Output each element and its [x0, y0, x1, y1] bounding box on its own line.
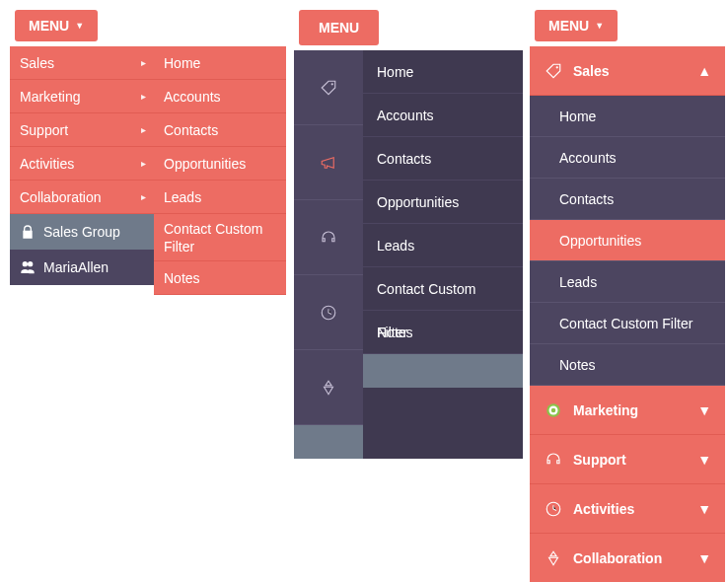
icon-tab[interactable]: [294, 200, 363, 275]
accordion-item[interactable]: Leads: [530, 261, 725, 303]
tag-icon: [544, 62, 563, 80]
submenu-label: Leads: [377, 238, 414, 254]
extra-item: Sales Group: [10, 214, 154, 250]
accordion-item-label: Contacts: [559, 191, 614, 207]
menu-button-label: MENU: [319, 20, 359, 36]
submenu-label: Contacts: [377, 151, 431, 167]
category-label: Support: [20, 122, 68, 138]
accordion-section-marketing[interactable]: Marketing ▼: [530, 386, 725, 435]
caret-down-icon: ▼: [595, 21, 604, 31]
icon-tab[interactable]: [294, 275, 363, 350]
chevron-right-icon: ▸: [141, 181, 146, 214]
icon-tab-blank: [294, 425, 363, 459]
menu-button[interactable]: MENU ▼: [535, 10, 618, 41]
submenu-item[interactable]: Notes: [154, 261, 286, 295]
chevron-right-icon: ▸: [141, 46, 146, 80]
menu-button-label: MENU: [548, 18, 589, 34]
category-item[interactable]: Collaboration ▸: [10, 181, 154, 214]
chevron-down-icon: ▼: [697, 402, 711, 418]
menu-button[interactable]: MENU: [299, 10, 379, 45]
collab-icon: [320, 379, 337, 397]
submenu-label: Leads: [164, 189, 201, 205]
section-label: Support: [573, 452, 626, 468]
accordion-item[interactable]: Accounts: [530, 137, 725, 179]
accordion-item[interactable]: Notes: [530, 344, 725, 386]
category-item[interactable]: Marketing ▸: [10, 80, 154, 113]
collab-icon: [544, 549, 563, 567]
submenu-label: Accounts: [164, 89, 221, 105]
submenu-item[interactable]: Home: [363, 50, 523, 94]
submenu-item[interactable]: Accounts: [154, 80, 286, 113]
submenu-label: Notes: [377, 325, 413, 340]
submenu-item[interactable]: Leads: [154, 181, 286, 214]
accordion-item-label: Home: [559, 109, 596, 124]
menu-button[interactable]: MENU ▼: [15, 10, 98, 41]
submenu-label: Contact CustomFilter: [164, 221, 262, 255]
icon-tab[interactable]: [294, 125, 363, 200]
submenu-item[interactable]: Accounts: [363, 94, 523, 137]
accordion-section-support[interactable]: Support ▼: [530, 435, 725, 484]
submenu-item[interactable]: Leads: [363, 224, 523, 267]
submenu-item[interactable]: Contact Custom Filter: [363, 267, 523, 311]
accordion-item-label: Leads: [559, 274, 597, 290]
chevron-down-icon: ▼: [697, 501, 711, 517]
accordion-section-activities[interactable]: Activities ▼: [530, 484, 725, 534]
submenu-label: Accounts: [377, 108, 434, 123]
users-icon: [20, 258, 36, 276]
submenu-item[interactable]: Contacts: [363, 137, 523, 181]
submenu-label: Opportunities: [164, 156, 246, 172]
clock-icon: [544, 500, 563, 518]
headset-icon: [320, 229, 337, 247]
submenu-label: Home: [164, 55, 200, 71]
chevron-right-icon: ▸: [141, 113, 146, 147]
target-icon: [544, 401, 563, 419]
chevron-right-icon: ▸: [141, 147, 146, 181]
submenu-item[interactable]: Contact CustomFilter: [154, 214, 286, 261]
accordion-item-label: Accounts: [559, 150, 617, 166]
category-label: Marketing: [20, 89, 80, 105]
accordion-item[interactable]: Home: [530, 96, 725, 137]
category-label: Activities: [20, 156, 74, 172]
category-item[interactable]: Support ▸: [10, 113, 154, 147]
extra-label: MariaAllen: [43, 259, 109, 275]
icon-tab[interactable]: [294, 50, 363, 125]
category-item[interactable]: Sales ▸: [10, 46, 154, 80]
accordion-item[interactable]: Contact Custom Filter: [530, 303, 725, 344]
chevron-up-icon: ▲: [697, 63, 711, 79]
menu-button-label: MENU: [29, 18, 69, 34]
section-label: Collaboration: [573, 550, 662, 566]
submenu-item[interactable]: Notes: [363, 311, 523, 354]
submenu-blank: [363, 354, 523, 388]
accordion-item-label: Contact Custom Filter: [559, 316, 692, 331]
submenu-label: Notes: [164, 270, 200, 286]
submenu-item[interactable]: Opportunities: [154, 147, 286, 181]
accordion-item[interactable]: Opportunities: [530, 220, 725, 261]
tag-icon: [320, 79, 337, 97]
category-list: Sales ▸ Marketing ▸ Support ▸ Activities…: [10, 46, 154, 214]
category-item[interactable]: Activities ▸: [10, 147, 154, 181]
submenu-label: Contacts: [164, 122, 218, 138]
icon-tab[interactable]: [294, 350, 363, 425]
headset-icon: [544, 451, 563, 469]
submenu-item[interactable]: Contacts: [154, 113, 286, 147]
section-label: Sales: [573, 63, 610, 79]
accordion-item-label: Notes: [559, 357, 596, 373]
section-label: Marketing: [573, 402, 638, 418]
category-label: Collaboration: [20, 189, 102, 205]
clock-icon: [320, 304, 337, 322]
megaphone-icon: [320, 154, 337, 172]
accordion-item[interactable]: Contacts: [530, 179, 725, 220]
chevron-right-icon: ▸: [141, 80, 146, 113]
accordion-section-sales[interactable]: Sales ▲: [530, 46, 725, 96]
accordion-section-collaboration[interactable]: Collaboration ▼: [530, 534, 725, 582]
chevron-down-icon: ▼: [697, 452, 711, 468]
category-label: Sales: [20, 55, 54, 71]
accordion-item-label: Opportunities: [559, 233, 641, 249]
section-label: Activities: [573, 501, 634, 517]
submenu-label: Home: [377, 64, 413, 80]
caret-down-icon: ▼: [75, 21, 84, 31]
submenu-item[interactable]: Opportunities: [363, 181, 523, 224]
lock-icon: [20, 223, 36, 241]
submenu-item[interactable]: Home: [154, 46, 286, 80]
chevron-down-icon: ▼: [697, 550, 711, 566]
